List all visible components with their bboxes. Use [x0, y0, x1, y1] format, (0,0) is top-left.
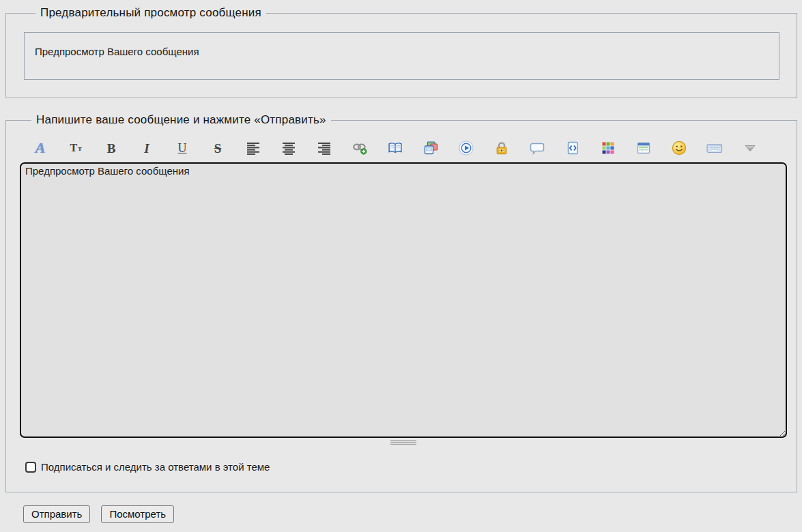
subscribe-checkbox[interactable] [25, 462, 36, 473]
images-icon[interactable] [423, 139, 439, 157]
align-center-icon[interactable] [281, 139, 297, 157]
more-options-icon[interactable] [742, 139, 758, 157]
align-left-icon[interactable] [245, 139, 261, 157]
editor-resize-handle[interactable] [390, 440, 416, 445]
form-actions: Отправить Посмотреть [23, 505, 802, 523]
editor-toolbar: A Тт B I U S [32, 139, 787, 157]
submit-button[interactable]: Отправить [23, 505, 90, 523]
keyboard-icon[interactable] [706, 139, 723, 157]
bold-icon[interactable]: B [103, 139, 119, 157]
quote-bubble-icon[interactable] [529, 139, 545, 157]
code-scroll-icon[interactable] [564, 139, 581, 157]
font-color-icon[interactable]: A [32, 139, 48, 157]
insert-link-icon[interactable] [352, 139, 368, 157]
strikethrough-icon[interactable]: S [210, 139, 226, 157]
align-right-icon[interactable] [316, 139, 332, 157]
lock-icon[interactable] [493, 139, 510, 157]
preview-button[interactable]: Посмотреть [101, 505, 174, 523]
italic-icon[interactable]: I [139, 139, 155, 157]
media-play-icon[interactable] [458, 139, 474, 157]
book-icon[interactable] [387, 139, 403, 157]
preview-content-text: Предпросмотр Вашего сообщения [35, 46, 199, 57]
preview-panel-legend: Предварительный просмотр сообщения [35, 6, 266, 20]
table-icon[interactable] [635, 139, 652, 157]
font-size-icon[interactable]: Тт [68, 139, 84, 157]
subscribe-label[interactable]: Подписаться и следить за ответами в этой… [41, 461, 270, 473]
color-grid-icon[interactable] [600, 139, 616, 157]
subscribe-row: Подписаться и следить за ответами в этой… [25, 461, 787, 473]
preview-content-box: Предпросмотр Вашего сообщения [24, 32, 779, 80]
smiley-icon[interactable] [671, 139, 687, 157]
editor-panel-legend: Напишите ваше сообщение и нажмите «Отпра… [31, 113, 331, 127]
editor-panel: Напишите ваше сообщение и нажмите «Отпра… [5, 113, 797, 492]
preview-panel: Предварительный просмотр сообщения Предп… [5, 6, 797, 98]
message-textarea[interactable]: Предпросмотр Вашего сообщения [20, 162, 787, 438]
underline-icon[interactable]: U [174, 139, 190, 157]
